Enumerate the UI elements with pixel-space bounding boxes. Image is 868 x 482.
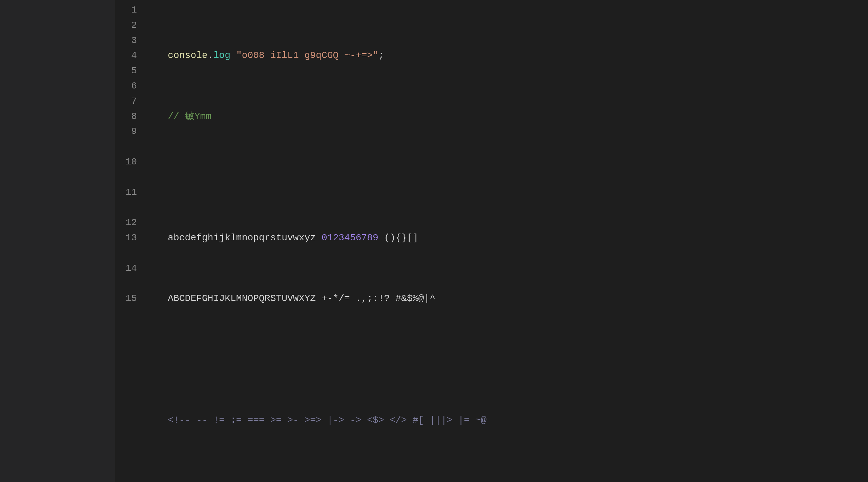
ln-6: 6 bbox=[118, 79, 137, 94]
ln-15-extra: - bbox=[118, 306, 137, 322]
code-line-8 bbox=[142, 474, 868, 482]
line-numbers: 1 2 3 4 5 6 7 8 9 - 10 - 11 - 12 13 - 14… bbox=[115, 0, 142, 482]
code-line-3 bbox=[142, 170, 868, 185]
ln-13-extra: - bbox=[118, 246, 137, 261]
ln-9: 9 bbox=[118, 124, 137, 139]
ln-11: 11 bbox=[118, 185, 137, 200]
ln-1: 1 bbox=[118, 3, 137, 18]
code-line-5: ABCDEFGHIJKLMNOPQRSTUVWXYZ +-*/= .,;:!? … bbox=[142, 291, 868, 306]
sidebar bbox=[0, 0, 115, 482]
ln-5: 5 bbox=[118, 63, 137, 79]
editor-area: 1 2 3 4 5 6 7 8 9 - 10 - 11 - 12 13 - 14… bbox=[115, 0, 868, 482]
ln-14: 14 bbox=[118, 261, 137, 276]
ln-15: 15 bbox=[118, 291, 137, 306]
ln-10-extra: - bbox=[118, 170, 137, 185]
code-content: console.log "o008 iIlL1 g9qCGQ ~-+=>"; /… bbox=[142, 0, 868, 482]
code-line-1: console.log "o008 iIlL1 g9qCGQ ~-+=>"; bbox=[142, 48, 868, 63]
ln-8: 8 bbox=[118, 109, 137, 124]
code-line-4: abcdefghijklmnopqrstuvwxyz 0123456789 ()… bbox=[142, 230, 868, 246]
code-line-6 bbox=[142, 352, 868, 367]
ln-13: 13 bbox=[118, 230, 137, 246]
ln-12: 12 bbox=[118, 215, 137, 230]
ln-2: 2 bbox=[118, 18, 137, 33]
ln-4: 4 bbox=[118, 48, 137, 63]
code-line-7: <!-- -- != := === >= >- >=> |-> -> <$> <… bbox=[142, 413, 868, 428]
ln-14-extra: - bbox=[118, 276, 137, 291]
ln-10: 10 bbox=[118, 155, 137, 170]
ln-11-extra: - bbox=[118, 200, 137, 215]
ln-3: 3 bbox=[118, 33, 137, 48]
code-line-2: // 敏Ymm bbox=[142, 109, 868, 124]
ln-9-extra: - bbox=[118, 139, 137, 155]
ln-7: 7 bbox=[118, 94, 137, 109]
